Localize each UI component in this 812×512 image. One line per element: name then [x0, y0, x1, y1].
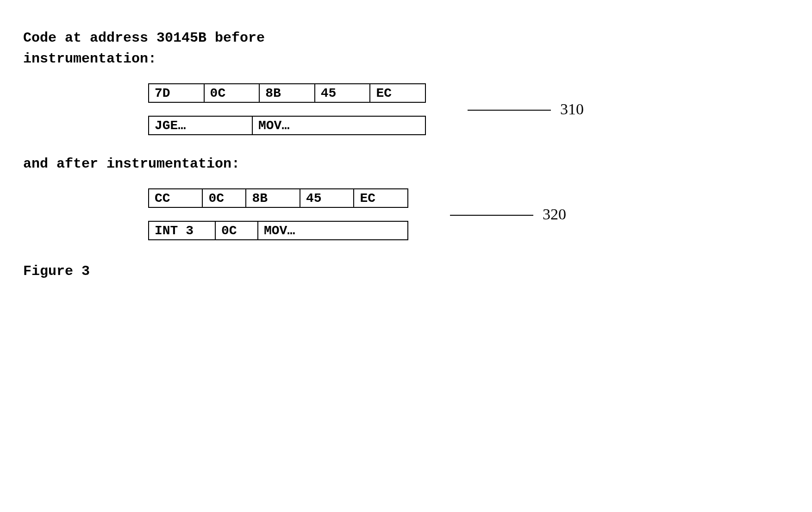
after-asm-table: INT 3 0C MOV… — [148, 221, 408, 240]
hex-cell: CC — [149, 189, 202, 207]
asm-cell: MOV… — [252, 116, 425, 135]
asm-cell: MOV… — [258, 221, 408, 240]
after-block: CC 0C 8B 45 EC INT 3 0C MOV… 320 — [148, 188, 789, 240]
before-block: 7D 0C 8B 45 EC JGE… MOV… 310 — [148, 83, 789, 135]
hex-cell: 0C — [202, 189, 246, 207]
before-tables: 7D 0C 8B 45 EC JGE… MOV… — [148, 83, 426, 135]
heading-before: Code at address 30145B before instrument… — [23, 28, 789, 69]
callout-line-icon — [450, 215, 533, 216]
callout-line-icon — [468, 110, 551, 111]
after-hex-table: CC 0C 8B 45 EC — [148, 188, 408, 208]
heading-after: and after instrumentation: — [23, 154, 789, 175]
heading-before-line2: instrumentation: — [23, 51, 156, 67]
after-tables: CC 0C 8B 45 EC INT 3 0C MOV… — [148, 188, 408, 240]
callout-number: 320 — [543, 206, 566, 223]
asm-cell: INT 3 — [149, 221, 215, 240]
callout-310: 310 — [468, 100, 584, 118]
asm-cell: 0C — [215, 221, 258, 240]
hex-cell: 45 — [300, 189, 354, 207]
hex-cell: 7D — [149, 84, 204, 102]
figure-caption: Figure 3 — [23, 263, 789, 279]
hex-cell: EC — [354, 189, 408, 207]
hex-cell: 45 — [315, 84, 370, 102]
asm-cell: JGE… — [149, 116, 252, 135]
heading-before-line1: Code at address 30145B before — [23, 30, 265, 46]
callout-number: 310 — [560, 100, 584, 118]
before-asm-table: JGE… MOV… — [148, 116, 426, 135]
hex-cell: EC — [370, 84, 425, 102]
hex-cell: 0C — [204, 84, 260, 102]
hex-cell: 8B — [246, 189, 300, 207]
callout-320: 320 — [450, 206, 566, 223]
before-hex-table: 7D 0C 8B 45 EC — [148, 83, 426, 103]
hex-cell: 8B — [259, 84, 315, 102]
